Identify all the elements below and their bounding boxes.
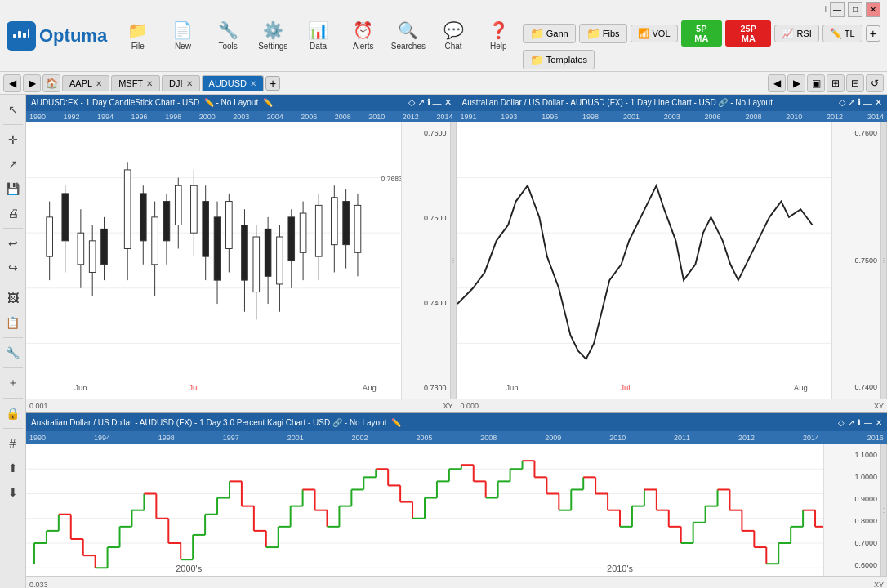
- new-icon: 📄: [172, 20, 193, 40]
- sidebar-sep-5: [3, 368, 23, 368]
- tab-audusd-close[interactable]: ✕: [250, 79, 256, 88]
- sidebar-redo-icon[interactable]: ↪: [2, 256, 25, 279]
- tl-button[interactable]: ✏️ TL: [822, 24, 862, 42]
- gann-button[interactable]: 📁 Gann: [523, 24, 576, 43]
- toolbar-alerts[interactable]: ⏰ Alerts: [342, 17, 384, 54]
- resize-handle[interactable]: ⋮: [450, 122, 457, 399]
- candlestick-inner: Jun Jul Aug 0.7683 0.7600 0.7500 0.7400 …: [26, 122, 457, 399]
- templates-folder-icon: 📁: [530, 53, 544, 66]
- svg-rect-12: [62, 193, 69, 240]
- sidebar-undo-icon[interactable]: ↩: [2, 232, 25, 255]
- file-label: File: [131, 42, 145, 51]
- vol-button[interactable]: 📶 VOL: [631, 24, 678, 42]
- add-tab-button[interactable]: +: [265, 76, 280, 91]
- sidebar-cursor-icon[interactable]: ↖: [2, 98, 25, 121]
- nav-prev-chart[interactable]: ◀: [768, 74, 786, 92]
- sidebar-image-icon[interactable]: 🖼: [2, 287, 25, 310]
- nav-forward[interactable]: ▶: [23, 74, 41, 92]
- sidebar-download-icon[interactable]: ⬇: [2, 481, 25, 504]
- info-icon[interactable]: ℹ: [427, 97, 430, 108]
- sidebar-sep-4: [3, 337, 23, 338]
- tab-aapl[interactable]: AAPL ✕: [62, 75, 109, 91]
- sidebar-wrench-icon[interactable]: 🔧: [2, 341, 25, 364]
- fibs-button[interactable]: 📁 Fibs: [579, 24, 627, 43]
- new-label: New: [175, 42, 191, 51]
- toolbar-help[interactable]: ❓ Help: [478, 17, 519, 54]
- line-expand-icon[interactable]: ↗: [848, 97, 855, 108]
- candlestick-bottom-bar: 0.001 XY: [26, 399, 457, 413]
- chart-area: AUDUSD:FX - 1 Day CandleStick Chart - US…: [26, 95, 887, 588]
- data-icon: 📊: [308, 20, 328, 40]
- kagi-resize-handle[interactable]: ⋮: [880, 444, 887, 576]
- nav-layout-grid[interactable]: ⊞: [827, 74, 845, 92]
- nav-next-chart[interactable]: ▶: [787, 74, 805, 92]
- kagi-body[interactable]: 2000's 2010's: [26, 444, 823, 576]
- tools-icon: 🔧: [218, 20, 238, 40]
- kagi-svg: 2000's 2010's: [26, 444, 823, 576]
- tab-audusd-label: AUDUSD: [209, 78, 247, 88]
- line-resize-handle[interactable]: ⋮: [880, 122, 887, 399]
- minimize-chart-icon[interactable]: —: [433, 98, 442, 108]
- settings-label: Settings: [258, 42, 287, 51]
- sidebar-arrow-icon[interactable]: ↗: [2, 153, 25, 176]
- line-info-icon[interactable]: ℹ: [858, 97, 861, 108]
- svg-rect-1: [18, 31, 21, 38]
- alerts-label: Alerts: [353, 42, 374, 51]
- tab-msft[interactable]: MSFT ✕: [111, 75, 160, 91]
- candlestick-body[interactable]: Jun Jul Aug 0.7683: [26, 122, 401, 399]
- line-inner: Jun Jul Aug 0.7600 0.7500 0.7400 ⋮: [457, 122, 888, 399]
- line-pin-icon[interactable]: ◇: [839, 97, 845, 108]
- sidebar-save-icon[interactable]: 💾: [2, 177, 25, 200]
- tab-audusd[interactable]: AUDUSD ✕: [202, 75, 264, 91]
- expand-icon[interactable]: ↗: [417, 97, 425, 108]
- toolbar-new[interactable]: 📄 New: [162, 17, 203, 54]
- kagi-pin-icon[interactable]: ◇: [838, 418, 845, 427]
- sidebar-plus-icon[interactable]: ＋: [2, 372, 25, 394]
- tab-aapl-close[interactable]: ✕: [96, 79, 102, 88]
- sidebar-print-icon[interactable]: 🖨: [2, 202, 25, 225]
- kagi-minimize-icon[interactable]: —: [864, 418, 872, 427]
- gann-label: Gann: [546, 29, 568, 38]
- pin-icon[interactable]: ◇: [408, 97, 415, 108]
- line-minimize-icon[interactable]: —: [863, 98, 872, 108]
- line-body[interactable]: Jun Jul Aug: [457, 122, 832, 399]
- toolbar-settings[interactable]: ⚙️ Settings: [252, 17, 294, 54]
- gann-folder-icon: 📁: [530, 27, 544, 40]
- ma5p-button[interactable]: 5P MA: [681, 20, 723, 47]
- sidebar-layers-icon[interactable]: 📋: [2, 311, 25, 334]
- sidebar-upload-icon[interactable]: ⬆: [2, 457, 25, 479]
- nav-layout-single[interactable]: ▣: [807, 74, 825, 92]
- add-toolbar-button[interactable]: +: [866, 25, 880, 42]
- ma25p-button[interactable]: 25P MA: [725, 20, 771, 47]
- toolbar-chat[interactable]: 💬 Chat: [432, 17, 474, 54]
- nav-back[interactable]: ◀: [3, 74, 21, 92]
- kagi-inner: 2000's 2010's 1.1000 1.0000 0.9000 0.800…: [26, 444, 887, 576]
- close-chart-icon[interactable]: ✕: [444, 97, 452, 108]
- tab-dji-close[interactable]: ✕: [186, 79, 193, 88]
- line-close-icon[interactable]: ✕: [875, 97, 882, 108]
- sidebar-lock-icon[interactable]: 🔒: [2, 402, 25, 425]
- win-minimize[interactable]: —: [830, 2, 845, 17]
- rsi-button[interactable]: 📈 RSI: [774, 24, 818, 42]
- toolbar-file[interactable]: 📁 File: [117, 17, 158, 54]
- sidebar-grid-icon[interactable]: #: [2, 432, 25, 455]
- tab-msft-close[interactable]: ✕: [146, 79, 153, 88]
- kagi-info-icon[interactable]: ℹ: [858, 418, 861, 427]
- rsi-chart-icon: 📈: [782, 28, 794, 39]
- kagi-close-icon[interactable]: ✕: [876, 418, 882, 427]
- win-close[interactable]: ✕: [866, 2, 880, 17]
- sidebar-crosshair-icon[interactable]: ✛: [2, 128, 25, 151]
- toolbar-tools[interactable]: 🔧 Tools: [207, 17, 249, 54]
- toolbar-searches[interactable]: 🔍 Searches: [387, 17, 429, 54]
- win-maximize[interactable]: □: [848, 2, 862, 17]
- nav-layout-options[interactable]: ⊟: [846, 74, 864, 92]
- fibs-folder-icon: 📁: [586, 27, 600, 40]
- toolbar-data[interactable]: 📊 Data: [297, 17, 339, 54]
- svg-rect-22: [140, 193, 146, 240]
- templates-button[interactable]: 📁 Templates: [523, 50, 595, 69]
- nav-refresh[interactable]: ↺: [866, 74, 884, 92]
- kagi-expand-icon[interactable]: ↗: [848, 418, 854, 427]
- tab-dji[interactable]: DJI ✕: [162, 75, 200, 91]
- data-label: Data: [310, 42, 327, 51]
- nav-home[interactable]: 🏠: [42, 74, 60, 92]
